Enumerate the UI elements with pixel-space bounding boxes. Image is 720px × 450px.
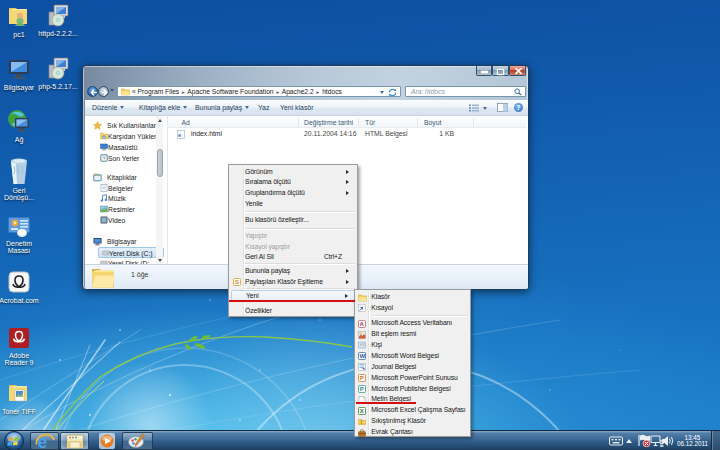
svg-text:e: e <box>178 131 181 139</box>
svg-text:W: W <box>360 354 366 360</box>
svg-text:P: P <box>360 386 364 392</box>
svg-text:P: P <box>360 375 364 381</box>
svg-text:S: S <box>235 279 239 285</box>
svg-text:X: X <box>360 408 364 414</box>
